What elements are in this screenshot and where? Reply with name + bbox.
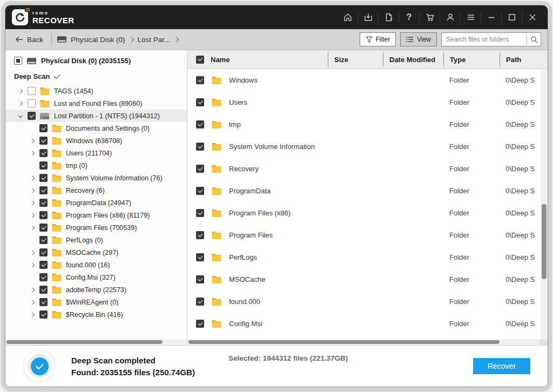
file-row[interactable]: ProgramData Folder 0\Deep S (187, 180, 548, 202)
tree-item[interactable]: ProgramData (24947) (5, 197, 187, 209)
view-button[interactable]: View (400, 32, 437, 46)
tree-item-checkbox[interactable] (39, 286, 48, 294)
tree-item[interactable]: adobeTemp (22573) (5, 283, 187, 296)
scrollbar-thumb[interactable] (6, 340, 163, 344)
select-all-checkbox[interactable] (196, 56, 204, 64)
expander-icon[interactable] (17, 90, 24, 93)
back-button[interactable]: Back (12, 35, 46, 44)
tree-item-checkbox[interactable] (39, 236, 48, 244)
expander-icon[interactable] (29, 189, 36, 192)
file-row[interactable]: Windows Folder 0\Deep S (187, 69, 548, 91)
file-row[interactable]: System Volume Information Folder 0\Deep … (187, 136, 548, 158)
expander-icon[interactable] (29, 301, 36, 304)
column-header-size[interactable]: Size (328, 50, 383, 69)
expander-icon[interactable] (29, 263, 36, 267)
row-checkbox[interactable] (196, 143, 204, 151)
expander-icon[interactable] (17, 102, 24, 105)
tree-item-checkbox[interactable] (39, 161, 48, 170)
tree-item-checkbox[interactable] (39, 137, 48, 145)
tree-item-checkbox[interactable] (39, 261, 48, 269)
close-button[interactable] (522, 5, 542, 29)
row-checkbox[interactable] (196, 253, 204, 261)
expander-icon[interactable] (17, 115, 24, 117)
tree-item[interactable]: $WinREAgent (0) (5, 296, 187, 308)
tree-item-checkbox[interactable] (39, 248, 48, 256)
tree-item[interactable]: $Recycle.Bin (416) (5, 308, 187, 321)
column-header-name[interactable]: Name (187, 50, 328, 69)
column-header-type[interactable]: Type (443, 50, 500, 69)
menu-button[interactable] (461, 5, 481, 29)
tree-item[interactable]: TAGS (1454) (5, 85, 187, 97)
tree-item-checkbox[interactable] (39, 310, 48, 319)
tree-item-checkbox[interactable] (39, 224, 48, 232)
tree-item-checkbox[interactable] (28, 87, 36, 95)
tree-item-checkbox[interactable] (39, 298, 48, 306)
file-row[interactable]: found.000 Folder 0\Deep S (187, 290, 548, 313)
row-checkbox[interactable] (196, 76, 204, 84)
expander-icon[interactable] (29, 201, 36, 205)
vertical-scrollbar[interactable] (541, 69, 548, 339)
breadcrumb-partition[interactable]: Lost Par... (138, 36, 171, 44)
tree-item[interactable]: Documents and Settings (0) (5, 122, 187, 134)
file-row[interactable]: Config.Msi Folder 0\Deep S (187, 313, 548, 335)
expander-icon[interactable] (29, 214, 36, 217)
account-button[interactable] (440, 5, 460, 29)
row-checkbox[interactable] (196, 187, 204, 195)
expander-icon[interactable] (29, 152, 36, 155)
tree-item-checkbox[interactable] (39, 211, 48, 219)
row-checkbox[interactable] (196, 320, 204, 328)
row-checkbox[interactable] (196, 298, 204, 306)
scrollbar-thumb[interactable] (542, 204, 547, 280)
help-button[interactable]: ? (399, 5, 419, 29)
tree-item[interactable]: Program Files (x86) (81179) (5, 209, 187, 221)
minimize-button[interactable] (481, 5, 501, 29)
tree-item[interactable]: found.000 (16) (5, 259, 187, 271)
tree-item[interactable]: Windows (636708) (5, 134, 187, 147)
expander-icon[interactable] (29, 251, 36, 254)
import-session-button[interactable] (358, 5, 378, 29)
file-row[interactable]: Recovery Folder 0\Deep S (187, 158, 548, 180)
tree-item-checkbox[interactable] (39, 273, 48, 281)
tree-item-checkbox[interactable] (39, 124, 48, 132)
tree-item-checkbox[interactable] (39, 174, 48, 182)
search-icon[interactable] (527, 32, 541, 46)
column-header-date-modified[interactable]: Date Modified (383, 50, 443, 69)
row-checkbox[interactable] (196, 209, 204, 217)
expander-icon[interactable] (29, 313, 36, 316)
tree-item-checkbox[interactable] (39, 186, 48, 194)
tree-item[interactable]: Lost Partition - 1 (NTFS) (1944312) (5, 110, 187, 122)
tree-item[interactable]: Recovery (6) (5, 184, 187, 197)
maximize-button[interactable] (502, 5, 522, 29)
buy-button[interactable] (420, 5, 440, 29)
tree-item[interactable]: tmp (0) (5, 159, 187, 172)
scrollbar-thumb[interactable] (188, 340, 500, 344)
tree-item-checkbox[interactable] (28, 99, 36, 107)
tree-item-checkbox[interactable] (39, 149, 48, 157)
tree-item[interactable]: Program Files (700539) (5, 221, 187, 234)
filter-button[interactable]: Filter (360, 32, 396, 46)
file-row[interactable]: PerfLogs Folder 0\Deep S (187, 246, 548, 268)
home-button[interactable] (338, 5, 358, 29)
file-row[interactable]: Users Folder 0\Deep S (187, 91, 548, 113)
tree-root-item[interactable]: Physical Disk (0) (2035155) (5, 50, 187, 68)
tree-item[interactable]: Users (211704) (5, 147, 187, 159)
column-header-path[interactable]: Path (500, 50, 548, 69)
expander-icon[interactable] (29, 288, 36, 292)
file-row[interactable]: MSOCache Folder 0\Deep S (187, 268, 548, 290)
root-checkbox[interactable] (14, 57, 22, 65)
tree-item-checkbox[interactable] (39, 199, 48, 207)
row-checkbox[interactable] (196, 231, 204, 239)
expander-icon[interactable] (29, 139, 36, 143)
row-checkbox[interactable] (196, 120, 204, 129)
table-horizontal-scrollbar[interactable] (187, 339, 541, 345)
expander-icon[interactable] (29, 226, 36, 229)
file-row[interactable]: tmp Folder 0\Deep S (187, 113, 548, 136)
tree-item[interactable]: Config.Msi (327) (5, 271, 187, 283)
tree-item[interactable]: System Volume Information (76) (5, 172, 187, 184)
tree-item[interactable]: PerfLogs (0) (5, 234, 187, 246)
add-file-button[interactable] (379, 5, 399, 29)
row-checkbox[interactable] (196, 275, 204, 283)
file-row[interactable]: Program Files (x86) Folder 0\Deep S (187, 202, 548, 224)
row-checkbox[interactable] (196, 165, 204, 173)
recover-button[interactable]: Recover (473, 358, 530, 374)
